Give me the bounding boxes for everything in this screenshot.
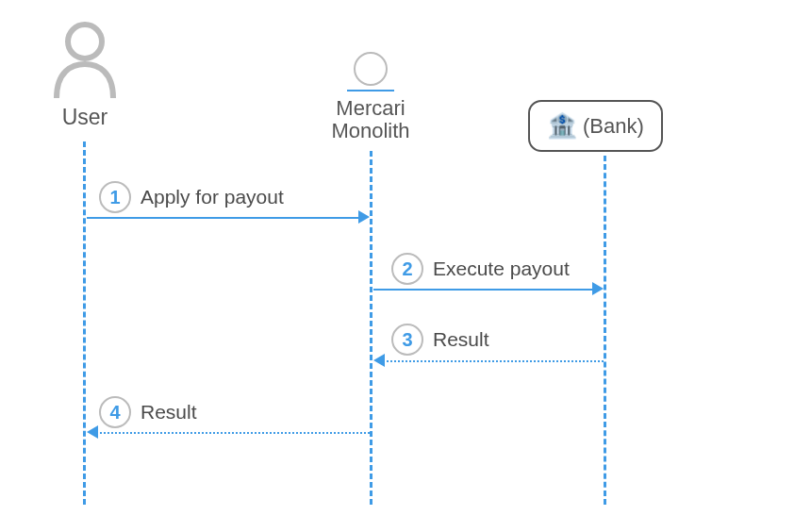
arrow-3 xyxy=(383,360,604,362)
step-1: 1 Apply for payout xyxy=(99,181,284,213)
arrow-1-head xyxy=(358,210,370,224)
step-2-label: Execute payout xyxy=(433,258,570,280)
monolith-underline xyxy=(347,90,394,91)
monolith-label-line1: Mercari xyxy=(336,96,405,120)
arrow-4-head xyxy=(87,425,98,439)
arrow-2-head xyxy=(592,282,604,295)
arrow-4 xyxy=(96,432,370,434)
arrow-3-head xyxy=(373,354,385,367)
step-2: 2 Execute payout xyxy=(391,253,570,285)
step-4-number: 4 xyxy=(99,396,131,428)
step-3-number: 3 xyxy=(391,324,423,356)
bank-box: 🏦 (Bank) xyxy=(528,100,663,152)
arrow-2 xyxy=(373,289,594,291)
user-label: User xyxy=(47,106,123,129)
lifeline-bank xyxy=(604,156,606,505)
step-4-label: Result xyxy=(141,401,197,424)
arrow-1 xyxy=(87,217,360,219)
step-2-number: 2 xyxy=(391,253,423,285)
step-1-label: Apply for payout xyxy=(141,186,284,208)
svg-point-0 xyxy=(68,25,102,58)
step-3: 3 Result xyxy=(391,324,489,356)
step-4: 4 Result xyxy=(99,396,197,428)
monolith-head-icon xyxy=(354,52,388,86)
step-3-label: Result xyxy=(433,328,489,351)
lifeline-user xyxy=(83,141,86,505)
bank-label: (Bank) xyxy=(583,114,644,139)
user-icon xyxy=(47,21,123,105)
monolith-label-line2: Monolith xyxy=(331,119,409,142)
step-1-number: 1 xyxy=(99,181,131,213)
bank-icon: 🏦 xyxy=(547,111,577,141)
lifeline-monolith xyxy=(370,151,372,505)
monolith-label: Mercari Monolith xyxy=(314,97,427,142)
